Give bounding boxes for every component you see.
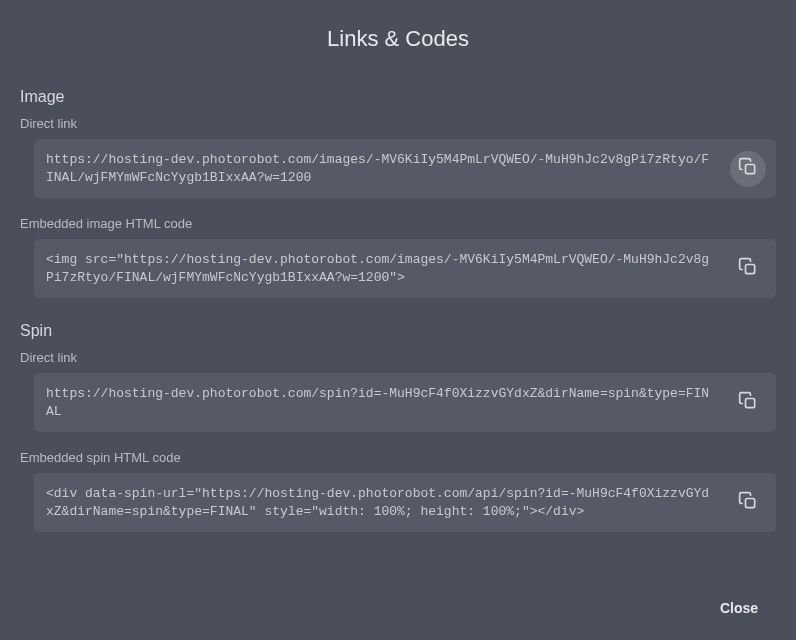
image-embed-row: <img src="https://hosting-dev.photorobot…	[34, 239, 776, 298]
copy-icon	[738, 257, 758, 280]
close-button[interactable]: Close	[712, 594, 766, 622]
copy-icon	[738, 391, 758, 414]
svg-rect-3	[746, 499, 755, 508]
image-direct-link-label: Direct link	[20, 116, 776, 131]
dialog-footer: Close	[20, 578, 776, 640]
image-embed-value[interactable]: <img src="https://hosting-dev.photorobot…	[34, 239, 726, 298]
links-codes-dialog: Links & Codes Image Direct link https://…	[0, 0, 796, 640]
copy-image-direct-link-button[interactable]	[730, 151, 766, 187]
spin-embed-label: Embedded spin HTML code	[20, 450, 776, 465]
image-direct-link-value[interactable]: https://hosting-dev.photorobot.com/image…	[34, 139, 726, 198]
spin-embed-value[interactable]: <div data-spin-url="https://hosting-dev.…	[34, 473, 726, 532]
image-direct-link-row: https://hosting-dev.photorobot.com/image…	[34, 139, 776, 198]
section-header-image: Image	[20, 88, 776, 106]
copy-spin-embed-button[interactable]	[730, 485, 766, 521]
spin-embed-row: <div data-spin-url="https://hosting-dev.…	[34, 473, 776, 532]
copy-icon	[738, 157, 758, 180]
spin-direct-link-row: https://hosting-dev.photorobot.com/spin?…	[34, 373, 776, 432]
copy-spin-direct-link-button[interactable]	[730, 385, 766, 421]
spin-direct-link-label: Direct link	[20, 350, 776, 365]
svg-rect-0	[746, 165, 755, 174]
spin-direct-link-value[interactable]: https://hosting-dev.photorobot.com/spin?…	[34, 373, 726, 432]
section-header-spin: Spin	[20, 322, 776, 340]
svg-rect-2	[746, 399, 755, 408]
dialog-title: Links & Codes	[20, 26, 776, 52]
copy-icon	[738, 491, 758, 514]
image-embed-label: Embedded image HTML code	[20, 216, 776, 231]
svg-rect-1	[746, 265, 755, 274]
copy-image-embed-button[interactable]	[730, 251, 766, 287]
